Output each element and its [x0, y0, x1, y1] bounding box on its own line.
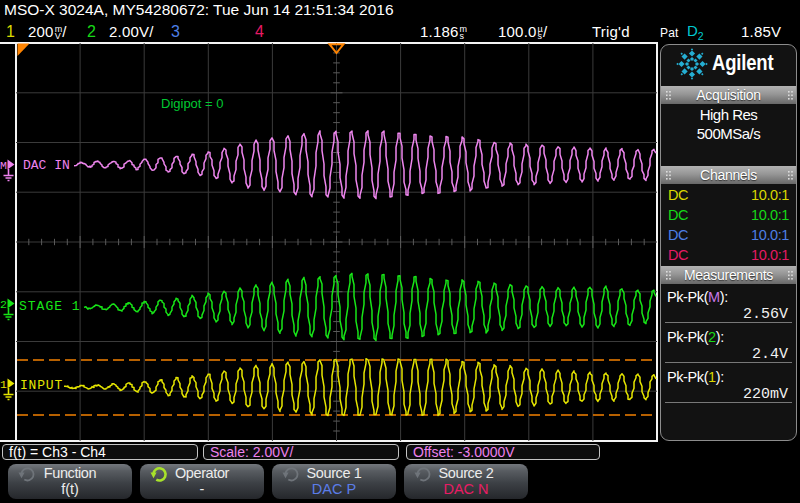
- svg-text:M: M: [0, 159, 7, 172]
- svg-text:2: 2: [0, 298, 7, 311]
- svg-text:1: 1: [0, 378, 7, 391]
